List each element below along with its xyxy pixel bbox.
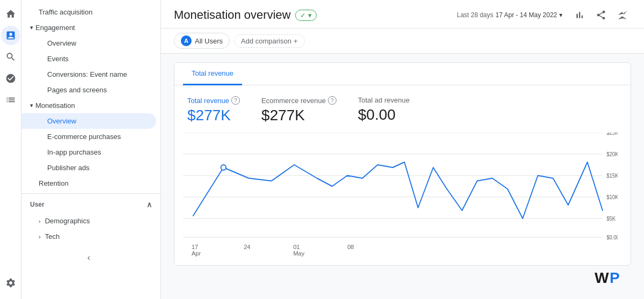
analytics-nav-icon[interactable] bbox=[1, 26, 20, 45]
sidebar-item-traffic-acquisition[interactable]: Traffic acquisition bbox=[21, 4, 156, 20]
chart-card: Total revenue Total revenue ? $277K Ecom… bbox=[174, 62, 631, 266]
reports-nav-icon[interactable] bbox=[1, 90, 20, 110]
sidebar-item-engagement[interactable]: ▾ Engagement bbox=[21, 20, 156, 35]
metric-label-text: Total ad revenue bbox=[358, 96, 409, 104]
sidebar-item-inapp[interactable]: In-app purchases bbox=[21, 144, 156, 160]
metric-value: $0.00 bbox=[358, 106, 409, 123]
help-icon[interactable]: ? bbox=[328, 96, 336, 105]
bar-chart-button[interactable] bbox=[571, 6, 588, 24]
add-comparison-label: Add comparison bbox=[241, 37, 291, 45]
arrow-icon: ▾ bbox=[30, 102, 33, 109]
svg-text:$10K: $10K bbox=[606, 194, 618, 200]
settings-nav-icon[interactable] bbox=[1, 275, 20, 295]
page-header: Monetisation overview ✓ ▾ Last 28 days 1… bbox=[161, 0, 644, 28]
sidebar-item-overview-mon[interactable]: Overview bbox=[21, 113, 156, 129]
header-left: Monetisation overview ✓ ▾ bbox=[174, 8, 317, 22]
header-right: Last 28 days 17 Apr - 14 May 2022 ▾ bbox=[457, 6, 631, 24]
main-content: Monetisation overview ✓ ▾ Last 28 days 1… bbox=[161, 0, 644, 299]
user-section-label: User bbox=[30, 201, 45, 208]
metric-label: Total ad revenue bbox=[358, 96, 409, 104]
explore-button[interactable] bbox=[614, 6, 631, 24]
logo-area: W P bbox=[174, 270, 631, 286]
x-label-24: 24 bbox=[244, 244, 250, 257]
metric-tabs: Total revenue bbox=[174, 63, 631, 85]
metric-value: $277K bbox=[261, 107, 336, 124]
x-label-08: 08 bbox=[347, 244, 354, 257]
sidebar-divider bbox=[21, 193, 160, 194]
sidebar-item-tech[interactable]: › Tech bbox=[21, 229, 156, 244]
audience-nav-icon[interactable] bbox=[1, 69, 20, 88]
sidebar-item-monetisation[interactable]: ▾ Monetisation bbox=[21, 98, 156, 113]
tab-label: Total revenue bbox=[192, 69, 233, 77]
metric-label: Total revenue ? bbox=[187, 96, 240, 105]
metric-ecommerce-revenue: Ecommerce revenue ? $277K bbox=[261, 96, 336, 124]
sidebar-item-label: Conversions: Event name bbox=[47, 70, 127, 78]
svg-text:$20K: $20K bbox=[606, 151, 618, 157]
sidebar-item-conversions[interactable]: Conversions: Event name bbox=[21, 67, 156, 82]
user-badge-letter: A bbox=[181, 35, 192, 46]
metric-label-text: Ecommerce revenue bbox=[261, 97, 326, 105]
all-users-filter[interactable]: A All Users bbox=[174, 33, 230, 49]
user-section-header[interactable]: User ∧ bbox=[21, 196, 160, 213]
search-nav-icon[interactable] bbox=[1, 47, 20, 67]
sidebar: Traffic acquisition ▾ Engagement Overvie… bbox=[21, 0, 161, 299]
sidebar-item-events[interactable]: Events bbox=[21, 51, 156, 67]
sidebar-item-label: In-app purchases bbox=[47, 148, 101, 156]
chart-x-labels: 17 Apr 24 01 May 08 bbox=[183, 242, 591, 257]
metric-value: $277K bbox=[187, 107, 240, 124]
x-label-17: 17 Apr bbox=[192, 244, 201, 257]
sidebar-item-label: Traffic acquisition bbox=[39, 8, 92, 16]
collapse-left-icon: ‹ bbox=[87, 253, 90, 262]
x-label-01: 01 May bbox=[293, 244, 304, 257]
sidebar-item-label: Overview bbox=[47, 39, 76, 47]
icon-bar bbox=[0, 0, 21, 299]
collapse-icon[interactable]: ∧ bbox=[147, 200, 152, 209]
all-users-label: All Users bbox=[195, 37, 223, 45]
add-comparison-button[interactable]: Add comparison + bbox=[234, 34, 305, 48]
sidebar-item-label: Demographics bbox=[45, 217, 90, 225]
check-icon: ✓ bbox=[300, 11, 306, 19]
header-actions bbox=[571, 6, 631, 24]
metrics-row: Total revenue ? $277K Ecommerce revenue … bbox=[174, 85, 631, 124]
sidebar-item-label: Retention bbox=[39, 179, 69, 187]
sidebar-item-ecommerce[interactable]: E-commerce purchases bbox=[21, 129, 156, 144]
sidebar-item-label: Engagement bbox=[35, 24, 75, 32]
sidebar-item-pages-screens[interactable]: Pages and screens bbox=[21, 82, 156, 98]
sidebar-collapse-btn[interactable]: ‹ bbox=[83, 251, 94, 265]
svg-text:W: W bbox=[595, 270, 609, 286]
home-nav-icon[interactable] bbox=[1, 4, 20, 24]
arrow-icon: ▾ bbox=[30, 24, 33, 31]
sidebar-item-label: E-commerce purchases bbox=[47, 133, 121, 141]
sidebar-item-label: Tech bbox=[45, 232, 60, 240]
chevron-down-icon: ▾ bbox=[308, 11, 312, 19]
metric-label-text: Total revenue bbox=[187, 97, 229, 105]
wp-logo: W P bbox=[595, 270, 627, 286]
status-badge[interactable]: ✓ ▾ bbox=[295, 10, 317, 21]
date-chevron-icon: ▾ bbox=[559, 11, 562, 19]
svg-text:$25K: $25K bbox=[606, 133, 618, 136]
chart-area: $25K $20K $15K $10K $5K $0.00 17 Apr 24 bbox=[174, 124, 631, 265]
share-button[interactable] bbox=[592, 6, 610, 24]
metric-label: Ecommerce revenue ? bbox=[261, 96, 336, 105]
plus-icon: + bbox=[294, 37, 298, 45]
svg-text:$0.00: $0.00 bbox=[606, 235, 618, 240]
date-range-selector[interactable]: Last 28 days 17 Apr - 14 May 2022 ▾ bbox=[457, 11, 562, 19]
sidebar-item-overview-eng[interactable]: Overview bbox=[21, 35, 156, 51]
svg-text:P: P bbox=[610, 270, 620, 286]
sidebar-item-label: Monetisation bbox=[35, 101, 75, 110]
arrow-icon: › bbox=[39, 234, 41, 240]
page-title: Monetisation overview bbox=[174, 8, 291, 22]
sidebar-item-label: Events bbox=[47, 55, 69, 63]
page-content: Total revenue Total revenue ? $277K Ecom… bbox=[161, 54, 644, 299]
sidebar-item-retention[interactable]: Retention bbox=[21, 176, 156, 191]
svg-text:$15K: $15K bbox=[606, 173, 618, 179]
metric-ad-revenue: Total ad revenue $0.00 bbox=[358, 96, 409, 124]
date-value: 17 Apr - 14 May 2022 bbox=[495, 11, 557, 19]
filter-bar: A All Users Add comparison + bbox=[161, 28, 644, 54]
date-label: Last 28 days bbox=[457, 11, 493, 19]
sidebar-item-label: Pages and screens bbox=[47, 86, 107, 94]
help-icon[interactable]: ? bbox=[231, 96, 240, 105]
sidebar-item-publisher-ads[interactable]: Publisher ads bbox=[21, 160, 156, 176]
sidebar-item-demographics[interactable]: › Demographics bbox=[21, 213, 156, 229]
tab-total-revenue[interactable]: Total revenue bbox=[183, 63, 242, 85]
